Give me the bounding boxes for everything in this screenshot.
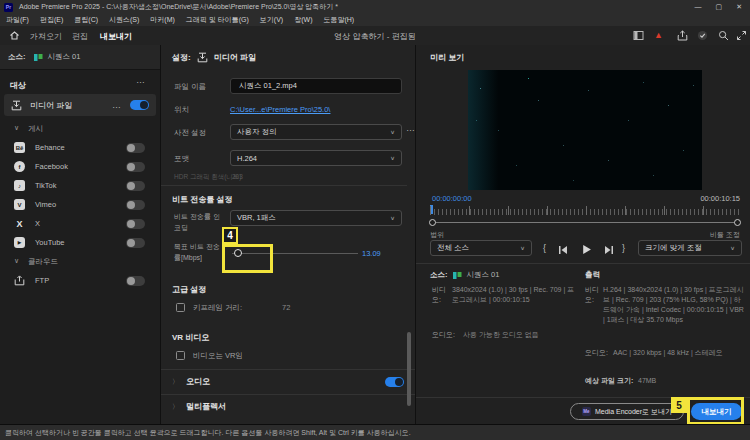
ftp-toggle[interactable] — [126, 276, 145, 286]
audio-section-header[interactable]: 오디오 — [186, 376, 210, 387]
sidebar-item-media-file[interactable]: 미디어 파일 … — [4, 94, 156, 116]
vr-section-header: VR 비디오 — [172, 332, 209, 343]
sidebar-item-x[interactable]: X X — [4, 215, 156, 232]
source-summary-header: 소스: 시퀀스 01 — [430, 270, 499, 280]
tab-import[interactable]: 가져오기 — [30, 31, 62, 42]
vr-checkbox[interactable] — [176, 351, 185, 360]
output-audio-label: 오디오: — [585, 348, 608, 358]
multiplexer-chevron-icon[interactable]: 〉 — [172, 402, 179, 412]
behance-toggle[interactable] — [126, 143, 145, 153]
sidebar-item-vimeo[interactable]: V Vimeo — [4, 196, 156, 213]
location-link[interactable]: C:\User...e\Premiere Pro\25.0\ — [230, 105, 330, 114]
range-value: 전체 소스 — [437, 243, 469, 253]
chevron-down-icon: ∨ — [520, 245, 525, 251]
step-forward-button[interactable] — [604, 245, 614, 255]
menu-window[interactable]: 창(W) — [294, 15, 312, 25]
sidebar-item-youtube[interactable]: ▶ YouTube — [4, 234, 156, 251]
range-out-handle[interactable] — [734, 219, 741, 226]
output-summary-header: 출력 — [585, 270, 600, 280]
mark-in-button[interactable]: { — [543, 243, 546, 253]
keyframe-label: 키프레임 거리: — [193, 303, 242, 313]
starfield — [468, 70, 469, 71]
annotation-step4-number: 4 — [227, 230, 233, 241]
sidebar-item-tiktok[interactable]: ♪ TikTok — [4, 177, 156, 194]
youtube-toggle[interactable] — [126, 238, 145, 248]
bitrate-encoding-dropdown[interactable]: VBR, 1패스 ∨ — [230, 210, 402, 226]
chevron-down-icon: ∨ — [390, 215, 395, 221]
menu-edit[interactable]: 편집(E) — [40, 15, 63, 25]
menu-file[interactable]: 파일(F) — [6, 15, 29, 25]
location-label: 위치 — [174, 105, 189, 115]
source-label: 소스: — [8, 52, 26, 62]
menu-marker[interactable]: 마커(M) — [150, 15, 175, 25]
menu-graphics[interactable]: 그래픽 및 타이틀(G) — [186, 15, 249, 25]
menu-view[interactable]: 보기(V) — [260, 15, 283, 25]
sidebar-item-behance[interactable]: Bē Behance — [4, 139, 156, 156]
minimize-button[interactable]: — — [695, 3, 702, 11]
maximize-button[interactable]: ▢ — [716, 3, 723, 11]
range-in-handle[interactable] — [429, 219, 436, 226]
file-name-input[interactable]: 시퀀스 01_2.mp4 — [230, 78, 402, 94]
audio-chevron-icon[interactable]: 〉 — [172, 377, 179, 387]
menu-help[interactable]: 도움말(H) — [323, 15, 354, 25]
sequence-icon — [453, 271, 462, 280]
behance-icon: Bē — [14, 142, 25, 153]
menu-clip[interactable]: 클립(C) — [74, 15, 98, 25]
preset-menu-button[interactable]: … — [406, 126, 416, 130]
annotation-step4-box — [222, 244, 273, 273]
target-bitrate-label: 목표 비트 전송률[Mbps] — [174, 241, 226, 263]
scale-dropdown[interactable]: 크기에 맞게 조절 ∨ — [638, 240, 742, 256]
tiktok-toggle[interactable] — [126, 181, 145, 191]
tab-edit[interactable]: 편집 — [72, 31, 88, 42]
vr-checkbox-label: 비디오는 VR임 — [193, 351, 243, 361]
cloud-chevron-icon[interactable]: ∨ — [14, 257, 19, 265]
preview-header: 미리 보기 — [430, 52, 464, 63]
check-circle-icon[interactable] — [697, 30, 708, 41]
scale-value: 크기에 맞게 조절 — [645, 243, 702, 253]
x-icon: X — [14, 218, 25, 229]
divider — [161, 185, 407, 186]
share-icon[interactable] — [677, 30, 688, 41]
range-dropdown[interactable]: 전체 소스 ∨ — [430, 240, 532, 256]
sidebar-item-ftp[interactable]: FTP — [4, 272, 156, 289]
source-summary-name: 시퀀스 01 — [467, 270, 500, 280]
media-encoder-button[interactable]: Me Media Encoder로 보내기 — [570, 403, 684, 420]
divider — [416, 263, 750, 264]
behance-label: Behance — [35, 143, 65, 152]
workspace-icon[interactable] — [633, 30, 644, 41]
warning-icon[interactable]: ▲ — [654, 30, 663, 40]
format-dropdown[interactable]: H.264 ∨ — [230, 150, 402, 166]
settings-header: 설정: 미디어 파일 — [172, 52, 256, 63]
publish-chevron-icon[interactable]: ∨ — [14, 124, 19, 132]
settings-scrollbar[interactable] — [407, 332, 411, 406]
destination-menu-button[interactable]: … — [136, 78, 146, 82]
media-file-menu-button[interactable]: … — [112, 103, 122, 107]
settings-panel — [161, 45, 415, 424]
mark-out-button[interactable]: } — [622, 243, 625, 253]
preview-video[interactable] — [468, 70, 702, 190]
x-toggle[interactable] — [126, 219, 145, 229]
play-button[interactable] — [581, 244, 592, 255]
facebook-toggle[interactable] — [126, 162, 145, 172]
multiplexer-section-header[interactable]: 멀티플렉서 — [186, 401, 226, 412]
preset-dropdown[interactable]: 사용자 정의 ∨ — [230, 124, 402, 140]
sidebar-item-facebook[interactable]: f Facebook — [4, 158, 156, 175]
bitrate-encoding-value: VBR, 1패스 — [237, 213, 276, 223]
close-button[interactable]: ✕ — [736, 3, 742, 11]
tiktok-icon: ♪ — [14, 180, 25, 191]
menu-sequence[interactable]: 시퀀스(S) — [109, 15, 139, 25]
search-icon[interactable] — [718, 30, 729, 41]
expand-icon[interactable] — [736, 30, 747, 41]
ftp-icon — [14, 275, 25, 286]
vimeo-toggle[interactable] — [126, 200, 145, 210]
output-video-info: H.264 | 3840x2024 (1.0) | 30 fps | 프로그레시… — [603, 285, 745, 325]
source-audio-label: 오디오: — [432, 330, 455, 340]
media-file-toggle[interactable] — [130, 100, 149, 110]
step-back-button[interactable] — [558, 245, 568, 255]
home-icon[interactable] — [9, 30, 20, 41]
bitrate-section-header: 비트 전송률 설정 — [172, 194, 232, 205]
keyframe-checkbox[interactable] — [176, 303, 185, 312]
audio-toggle[interactable] — [385, 377, 404, 387]
estimated-size-label: 예상 파일 크기: — [585, 376, 633, 386]
range-track[interactable] — [433, 222, 737, 223]
